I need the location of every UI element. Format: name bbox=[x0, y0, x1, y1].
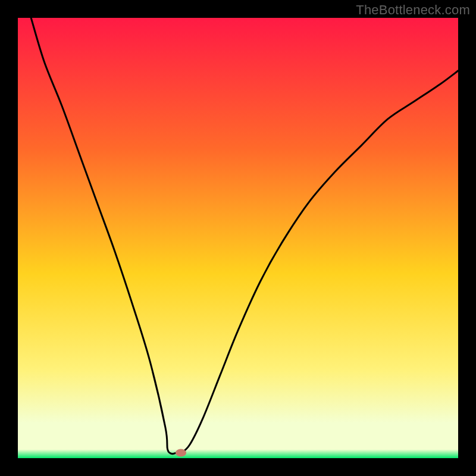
plot-area bbox=[18, 18, 458, 458]
chart-frame: TheBottleneck.com bbox=[0, 0, 476, 476]
minimum-marker bbox=[176, 449, 186, 457]
watermark-text: TheBottleneck.com bbox=[356, 2, 470, 18]
bottleneck-curve bbox=[18, 18, 458, 458]
